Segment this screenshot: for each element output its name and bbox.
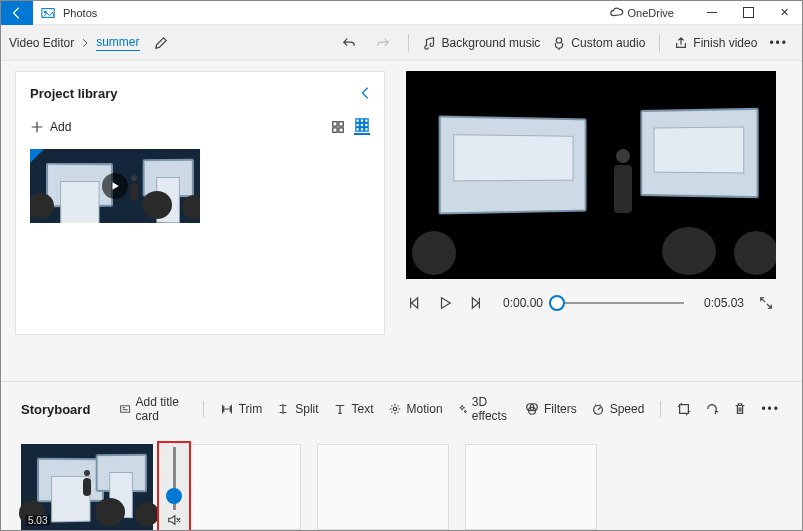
svg-point-17 — [393, 407, 397, 411]
maximize-button[interactable] — [730, 1, 766, 25]
add-title-card-button[interactable]: Add title card — [116, 392, 191, 426]
motion-button[interactable]: Motion — [384, 399, 447, 419]
audio-icon — [552, 36, 566, 50]
mute-button[interactable] — [167, 513, 181, 527]
trash-icon — [733, 402, 747, 416]
svg-point-1 — [44, 10, 47, 13]
undo-button[interactable] — [332, 32, 366, 54]
storyboard-clip-1[interactable]: 5.03 — [21, 444, 153, 530]
svg-rect-10 — [356, 123, 360, 127]
seek-slider[interactable] — [557, 295, 684, 311]
sparkle-icon — [457, 402, 467, 416]
pencil-icon — [154, 36, 168, 50]
storyboard-empty-slot[interactable] — [317, 444, 449, 530]
svg-rect-9 — [365, 119, 369, 123]
minimize-button[interactable] — [694, 1, 730, 25]
svg-point-2 — [557, 37, 562, 42]
collapse-library-button[interactable] — [358, 86, 372, 100]
plus-icon — [30, 120, 44, 134]
storyboard-panel: Storyboard Add title card Trim Split Tex… — [1, 381, 802, 530]
rotate-icon — [705, 402, 719, 416]
title-bar: Photos OneDrive — [1, 1, 802, 25]
title-card-icon — [120, 402, 130, 416]
trim-icon — [220, 402, 234, 416]
redo-button — [366, 32, 400, 54]
cloud-icon — [610, 6, 624, 20]
volume-popup — [157, 441, 191, 531]
storyboard-title: Storyboard — [21, 402, 90, 417]
svg-rect-12 — [365, 123, 369, 127]
next-frame-button[interactable] — [467, 295, 483, 311]
onedrive-label: OneDrive — [628, 7, 674, 19]
rename-button[interactable] — [154, 36, 168, 50]
svg-rect-3 — [333, 122, 337, 126]
filters-button[interactable]: Filters — [521, 399, 581, 419]
crop-icon — [677, 402, 691, 416]
svg-rect-8 — [360, 119, 364, 123]
background-music-button[interactable]: Background music — [417, 32, 547, 54]
storyboard-empty-slot[interactable] — [465, 444, 597, 530]
rotate-button[interactable] — [701, 399, 723, 419]
library-title: Project library — [30, 86, 117, 101]
project-library-panel: Project library Add — [15, 71, 385, 335]
add-media-button[interactable]: Add — [30, 120, 71, 134]
photos-app-icon — [37, 6, 59, 20]
toolbar: Video Editor summer Background music Cus… — [1, 25, 802, 61]
library-clip-thumbnail[interactable] — [30, 149, 200, 223]
playback-controls: 0:00.00 0:05.03 — [399, 295, 782, 311]
total-time: 0:05.03 — [704, 296, 744, 310]
3d-effects-button[interactable]: 3D effects — [453, 392, 515, 426]
motion-icon — [388, 402, 402, 416]
split-button[interactable]: Split — [272, 399, 322, 419]
svg-rect-7 — [356, 119, 360, 123]
svg-point-21 — [593, 406, 602, 415]
svg-rect-6 — [339, 128, 343, 132]
filters-icon — [525, 402, 539, 416]
resize-clip-button[interactable] — [673, 399, 695, 419]
current-time: 0:00.00 — [503, 296, 543, 310]
trim-button[interactable]: Trim — [216, 399, 267, 419]
breadcrumb-root[interactable]: Video Editor — [9, 36, 74, 50]
view-large-button[interactable] — [330, 119, 346, 135]
breadcrumb: Video Editor summer — [9, 35, 168, 51]
clip-duration: 5.03 — [25, 515, 50, 526]
fullscreen-button[interactable] — [758, 295, 774, 311]
play-overlay-icon — [102, 173, 128, 199]
text-button[interactable]: Text — [329, 399, 378, 419]
svg-rect-16 — [121, 406, 130, 412]
svg-rect-22 — [680, 405, 689, 414]
back-button[interactable] — [1, 1, 33, 25]
speaker-muted-icon — [167, 513, 181, 527]
delete-button[interactable] — [729, 399, 751, 419]
prev-frame-button[interactable] — [407, 295, 423, 311]
export-icon — [674, 36, 688, 50]
volume-slider[interactable] — [173, 447, 176, 510]
speed-icon — [591, 402, 605, 416]
speed-button[interactable]: Speed — [587, 399, 649, 419]
svg-rect-11 — [360, 123, 364, 127]
breadcrumb-project[interactable]: summer — [96, 35, 139, 51]
svg-rect-14 — [360, 128, 364, 132]
grid-large-icon — [331, 120, 345, 134]
onedrive-status[interactable]: OneDrive — [610, 6, 674, 20]
redo-icon — [376, 36, 390, 50]
storyboard-more-button[interactable]: ••• — [757, 399, 784, 419]
finish-video-button[interactable]: Finish video — [668, 32, 763, 54]
svg-rect-5 — [333, 128, 337, 132]
chevron-right-icon — [80, 38, 90, 48]
svg-rect-4 — [339, 122, 343, 126]
split-icon — [276, 402, 290, 416]
video-preview[interactable] — [406, 71, 776, 279]
close-button[interactable] — [766, 1, 802, 25]
svg-rect-15 — [365, 128, 369, 132]
text-icon — [333, 402, 347, 416]
view-small-button[interactable] — [354, 119, 370, 135]
svg-rect-13 — [356, 128, 360, 132]
play-button[interactable] — [437, 295, 453, 311]
more-button[interactable]: ••• — [763, 32, 794, 54]
music-icon — [423, 36, 437, 50]
grid-small-icon — [355, 118, 369, 132]
app-title: Photos — [63, 7, 97, 19]
undo-icon — [342, 36, 356, 50]
custom-audio-button[interactable]: Custom audio — [546, 32, 651, 54]
